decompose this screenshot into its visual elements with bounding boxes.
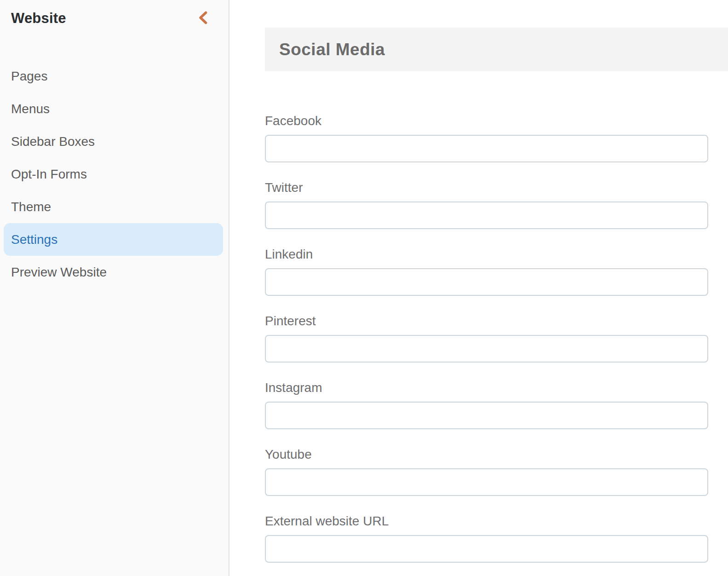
sidebar-item-label: Preview Website <box>11 265 107 280</box>
sidebar-item-opt-in-forms[interactable]: Opt-In Forms <box>4 158 223 190</box>
form-field: Facebook <box>265 114 708 162</box>
form-field: Linkedin <box>265 247 708 296</box>
sidebar-item-label: Theme <box>11 200 51 214</box>
sidebar-item-theme[interactable]: Theme <box>4 190 223 223</box>
form-field: External website URL <box>265 514 708 563</box>
youtube-label: Youtube <box>265 447 708 462</box>
sidebar-title: Website <box>11 10 66 27</box>
sidebar-item-label: Menus <box>11 102 50 116</box>
youtube-input[interactable] <box>265 468 708 496</box>
linkedin-input[interactable] <box>265 268 708 296</box>
section-title: Social Media <box>279 40 385 59</box>
external-website-url-label: External website URL <box>265 514 708 529</box>
sidebar-item-menus[interactable]: Menus <box>4 92 223 125</box>
sidebar-item-label: Settings <box>11 232 57 247</box>
app-window: Website Pages Menus Sidebar Boxes Opt-In… <box>0 0 728 576</box>
pinterest-label: Pinterest <box>265 314 708 328</box>
main-content: Social Media Facebook Twitter Linkedin P… <box>229 0 728 576</box>
sidebar-item-label: Opt-In Forms <box>11 167 87 182</box>
sidebar-item-sidebar-boxes[interactable]: Sidebar Boxes <box>4 125 223 158</box>
twitter-input[interactable] <box>265 202 708 229</box>
form-field: Youtube <box>265 447 708 496</box>
twitter-label: Twitter <box>265 180 708 195</box>
linkedin-label: Linkedin <box>265 247 708 262</box>
instagram-label: Instagram <box>265 380 708 395</box>
sidebar-item-label: Pages <box>11 69 47 84</box>
instagram-input[interactable] <box>265 402 708 429</box>
pinterest-input[interactable] <box>265 335 708 363</box>
section-header: Social Media <box>265 28 728 71</box>
form-field: Instagram <box>265 380 708 429</box>
sidebar-nav: Pages Menus Sidebar Boxes Opt-In Forms T… <box>0 60 229 288</box>
chevron-left-icon <box>198 11 208 26</box>
form-field: Twitter <box>265 180 708 229</box>
facebook-input[interactable] <box>265 135 708 162</box>
sidebar: Website Pages Menus Sidebar Boxes Opt-In… <box>0 0 229 576</box>
form-field: Pinterest <box>265 314 708 363</box>
sidebar-item-settings[interactable]: Settings <box>4 223 223 256</box>
sidebar-item-label: Sidebar Boxes <box>11 134 95 149</box>
social-media-form: Facebook Twitter Linkedin Pinterest Inst… <box>265 114 708 563</box>
facebook-label: Facebook <box>265 114 708 128</box>
sidebar-collapse-button[interactable] <box>198 11 208 26</box>
sidebar-item-pages[interactable]: Pages <box>4 60 223 92</box>
sidebar-header: Website <box>0 0 229 29</box>
external-website-url-input[interactable] <box>265 535 708 563</box>
sidebar-item-preview-website[interactable]: Preview Website <box>4 256 223 288</box>
